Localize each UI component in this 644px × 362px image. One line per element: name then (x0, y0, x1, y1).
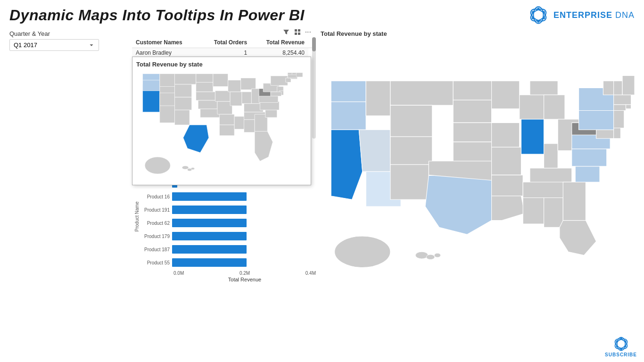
bar-fill (172, 258, 247, 267)
svg-rect-59 (292, 73, 296, 75)
bar-fill (172, 245, 247, 254)
scroll-thumb[interactable] (312, 37, 316, 51)
svg-marker-68 (366, 81, 390, 116)
content-area: Quarter & Year Q1 2017 ··· Customer Name… (0, 28, 644, 352)
svg-marker-105 (579, 109, 614, 130)
svg-point-6 (543, 11, 545, 13)
svg-marker-110 (614, 95, 631, 105)
svg-marker-97 (563, 182, 586, 220)
svg-rect-23 (174, 110, 190, 125)
subscribe-dna-icon (613, 336, 629, 352)
svg-marker-106 (614, 109, 624, 128)
tooltip-title: Total Revenue by state (136, 61, 307, 68)
orders-cell: 1 (200, 48, 251, 58)
svg-point-124 (624, 340, 626, 342)
svg-marker-91 (544, 144, 558, 168)
svg-point-7 (532, 17, 534, 19)
svg-rect-43 (244, 120, 255, 132)
svg-marker-83 (492, 123, 520, 147)
svg-marker-73 (390, 105, 432, 137)
col-total-revenue: Total Revenue (251, 37, 308, 48)
svg-marker-75 (390, 165, 429, 199)
bar-label: Product 16 (141, 194, 172, 199)
x-label-2: 0.4M (305, 271, 316, 276)
svg-point-8 (543, 17, 545, 19)
bar-row: Product 179 (141, 230, 316, 242)
logo-area: ENTERPRISE DNA (528, 5, 635, 25)
svg-rect-60 (296, 73, 303, 77)
svg-point-62 (182, 166, 189, 169)
svg-rect-31 (215, 91, 230, 102)
svg-marker-45 (255, 132, 272, 161)
bar-x-axis: 0.0M 0.2M 0.4M (173, 270, 316, 276)
svg-rect-38 (241, 78, 256, 90)
svg-rect-37 (230, 92, 242, 106)
svg-rect-26 (196, 82, 213, 92)
svg-marker-84 (492, 147, 521, 175)
svg-marker-98 (560, 221, 596, 255)
svg-point-61 (145, 157, 170, 174)
svg-marker-65 (331, 81, 366, 102)
more-options[interactable]: ··· (305, 28, 311, 36)
filter-icon[interactable] (282, 28, 290, 36)
scroll-bar[interactable] (312, 37, 316, 139)
svg-rect-36 (228, 80, 241, 92)
svg-point-121 (620, 337, 622, 339)
svg-marker-112 (614, 81, 623, 95)
col-total-orders: Total Orders (200, 37, 251, 48)
svg-rect-30 (213, 74, 228, 86)
bar-row: Product 55 (141, 256, 316, 269)
svg-point-4 (537, 20, 539, 23)
y-axis-label: Product Name (134, 198, 140, 236)
bar-fill (172, 232, 247, 240)
page-header: Dynamic Maps Into Tooltips In Power BI E… (0, 0, 644, 28)
svg-marker-113 (622, 76, 635, 95)
svg-point-125 (616, 346, 618, 347)
subscribe-button[interactable]: SUBSCRIBE (605, 336, 637, 357)
slicer-dropdown[interactable]: Q1 2017 (9, 39, 99, 51)
x-label-0: 0.0M (173, 271, 184, 276)
svg-rect-17 (160, 74, 175, 86)
svg-point-3 (537, 8, 539, 10)
tooltip-map (136, 71, 307, 179)
svg-point-114 (335, 236, 390, 268)
svg-rect-47 (260, 101, 279, 110)
bar-row: Product 62 (141, 217, 316, 229)
svg-rect-39 (242, 92, 251, 104)
bar-fill (172, 192, 247, 201)
page-title: Dynamic Maps Into Tooltips In Power BI (9, 7, 305, 24)
svg-rect-19 (174, 84, 191, 97)
svg-point-5 (532, 11, 534, 13)
svg-point-116 (426, 255, 435, 259)
table-toolbar: ··· (132, 28, 316, 36)
svg-marker-77 (453, 100, 491, 123)
svg-point-123 (616, 340, 618, 342)
svg-marker-100 (572, 147, 607, 166)
x-label-1: 0.2M (239, 271, 250, 276)
svg-rect-34 (219, 125, 234, 136)
bar-fill (172, 219, 247, 227)
svg-marker-86 (492, 196, 525, 221)
expand-icon[interactable] (294, 28, 301, 36)
svg-rect-9 (295, 29, 297, 32)
left-panel: Quarter & Year Q1 2017 (5, 28, 132, 352)
customer-name-cell: Aaron Bradley (132, 48, 200, 58)
right-map: Total Revenue by state (316, 28, 639, 352)
svg-marker-99 (575, 165, 600, 182)
svg-marker-85 (492, 175, 523, 196)
svg-rect-51 (271, 76, 288, 85)
svg-marker-104 (614, 128, 621, 139)
subscribe-label: SUBSCRIBE (605, 352, 637, 357)
table-row[interactable]: Aaron Bradley18,254.40 (132, 48, 316, 58)
bar-label: Product 187 (141, 247, 172, 252)
chevron-down-icon (88, 42, 95, 49)
svg-rect-46 (265, 109, 277, 117)
svg-rect-15 (143, 74, 160, 80)
svg-marker-89 (530, 81, 558, 95)
slicer-value: Q1 2017 (14, 41, 37, 49)
svg-rect-28 (198, 100, 217, 109)
svg-marker-111 (603, 81, 613, 95)
svg-rect-58 (288, 73, 292, 75)
slicer-label: Quarter & Year (9, 30, 127, 37)
svg-marker-79 (453, 142, 491, 161)
